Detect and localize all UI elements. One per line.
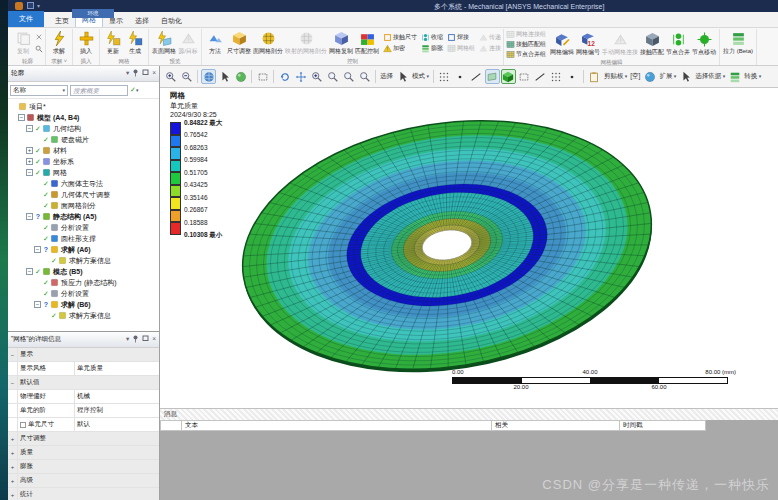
messages-col-association[interactable]: 相关 [492, 420, 620, 431]
details-row[interactable]: 物理偏好机械 [8, 390, 159, 404]
pan-icon[interactable] [293, 69, 308, 84]
tree-item[interactable]: ✓求解方案信息 [10, 255, 159, 266]
messages-col-text[interactable]: 文本 [182, 420, 492, 431]
tree-item[interactable]: +✓坐标系 [10, 156, 159, 167]
ribbon-button[interactable]: 网格组 [447, 44, 475, 54]
tree-item[interactable]: ✓面网格剖分 [10, 200, 159, 211]
body-filter-icon[interactable] [501, 69, 516, 84]
chevron-down-icon[interactable]: ▾ [126, 336, 129, 343]
tree-item[interactable]: ✓几何体尺寸调整 [10, 189, 159, 200]
ribbon-button[interactable]: 焊接 [447, 33, 475, 43]
toolbar-text-剪贴板[interactable]: 剪贴板 ▾ [603, 72, 628, 81]
quick-access-caret-icon[interactable]: ▾ [37, 2, 40, 9]
details-row[interactable]: 显示风格单元质量 [8, 362, 159, 376]
convert-icon[interactable] [727, 69, 742, 84]
ribbon-button[interactable]: 手动网格连接 [601, 32, 639, 57]
zoom-back-icon[interactable] [357, 69, 372, 84]
toolbar-text-扩展[interactable]: 扩展 ▾ [658, 72, 677, 81]
graphics-viewport[interactable]: 网格 单元质量 2024/9/30 8:25 0.84822 最大0.76542… [160, 88, 778, 408]
zoom-fit-icon[interactable] [341, 69, 356, 84]
details-row[interactable]: −显示 [8, 348, 159, 362]
ribbon-button[interactable]: 生成 [124, 31, 146, 56]
search-icon[interactable] [35, 45, 43, 54]
ribbon-button[interactable]: 更新 [102, 31, 124, 56]
rotate-icon[interactable] [277, 69, 292, 84]
ribbon-button[interactable]: 匹配控制 [354, 31, 380, 56]
ribbon-button[interactable]: 表面网格 [151, 31, 177, 56]
zoom-area-icon[interactable] [325, 69, 340, 84]
ribbon-button[interactable]: 尺寸调整 [226, 31, 252, 56]
tree-expander-icon[interactable]: − [26, 169, 33, 176]
details-value[interactable]: 默认 [75, 418, 159, 431]
ribbon-button[interactable]: 映射的网格剖分 [284, 31, 328, 56]
multi-filter-icon[interactable] [517, 69, 532, 84]
tree-expander-icon[interactable]: − [34, 246, 41, 253]
zoom-out-icon[interactable] [179, 69, 194, 84]
tree-item[interactable]: ✓六面体主导法 [10, 178, 159, 189]
select-box-icon[interactable] [255, 69, 270, 84]
select-cursor-icon[interactable] [395, 69, 410, 84]
tree-item[interactable]: ✓硬盘磁片 [10, 134, 159, 145]
ribbon-button[interactable]: 网格编辑 [549, 32, 575, 57]
ribbon-button[interactable]: 接触匹配组 [506, 39, 546, 49]
details-row[interactable]: +尺寸调整 [8, 432, 159, 446]
tree-item[interactable]: −✓网格 [10, 167, 159, 178]
details-row[interactable]: −默认值 [8, 376, 159, 390]
orbit-icon[interactable] [233, 69, 248, 84]
tree-item[interactable]: ✓分析设置 [10, 222, 159, 233]
select-by-icon[interactable] [678, 69, 693, 84]
close-icon[interactable]: × [152, 336, 156, 343]
tree-expander-icon[interactable]: − [18, 114, 25, 121]
details-row[interactable]: 单元尺寸默认 [8, 418, 159, 432]
toolbar-text-[空][interactable]: [空] [629, 72, 641, 81]
filter-check-icon[interactable]: ✓▾ [130, 86, 138, 94]
tree-item[interactable]: −✓几何结构 [10, 123, 159, 134]
snap-filter-icon[interactable] [565, 69, 580, 84]
ribbon-button[interactable]: 膨胀 [421, 44, 443, 54]
tab-selection[interactable]: 选择 [129, 14, 155, 27]
tree-expander-icon[interactable]: − [26, 125, 33, 132]
details-value[interactable]: 程序控制 [75, 404, 159, 417]
details-value[interactable]: 单元质量 [75, 362, 159, 375]
dot-grid-icon[interactable] [437, 69, 452, 84]
ribbon-button[interactable]: 源/目标 [177, 31, 199, 56]
clipboard-icon[interactable] [587, 69, 602, 84]
context-tab-environment[interactable]: 环境 [72, 9, 114, 18]
ribbon-button[interactable]: 12网格编号 [575, 32, 601, 57]
ribbon-button[interactable]: 网格连接组 [506, 29, 546, 39]
toolbar-text-选择依据[interactable]: 选择依据 ▾ [694, 72, 726, 81]
tree-item[interactable]: −✓模态 (B5) [10, 266, 159, 277]
details-row[interactable]: 单元的阶程序控制 [8, 404, 159, 418]
ribbon-button[interactable]: 连接 [479, 44, 501, 54]
tree-item[interactable]: ✓求解方案信息 [10, 310, 159, 321]
tree-item[interactable]: +✓材料 [10, 145, 159, 156]
tab-file[interactable]: 文件 [8, 11, 44, 27]
tree-expander-icon[interactable]: − [34, 301, 41, 308]
tab-automation[interactable]: 自动化 [155, 14, 188, 27]
details-row[interactable]: +高级 [8, 474, 159, 488]
toolbar-text-模式[interactable]: 模式 ▾ [411, 72, 430, 81]
ribbon-button[interactable]: 插入 [75, 31, 97, 56]
toolbar-text-转换[interactable]: 转换 ▾ [743, 72, 762, 81]
globe-icon[interactable] [201, 69, 216, 84]
details-row[interactable]: +膨胀 [8, 460, 159, 474]
zoom-icon[interactable] [309, 69, 324, 84]
filter-dropdown[interactable]: 名称▾ [10, 85, 68, 96]
save-icon[interactable] [27, 2, 34, 9]
tree-expander-icon[interactable]: − [26, 213, 33, 220]
tree-item[interactable]: ✓分析设置 [10, 288, 159, 299]
vertex-filter-icon[interactable] [453, 69, 468, 84]
toolbar-text-选择[interactable]: 选择 [379, 72, 394, 81]
tree-item[interactable]: ✓圆柱形支撑 [10, 233, 159, 244]
zoom-in-icon[interactable] [163, 69, 178, 84]
chevron-down-icon[interactable]: ▾ [126, 70, 129, 77]
tree-item[interactable]: −?求解 (A6) [10, 244, 159, 255]
details-row[interactable]: +统计 [8, 488, 159, 500]
close-icon[interactable]: × [152, 70, 156, 77]
extend-icon[interactable] [642, 69, 657, 84]
tree-item[interactable]: −?求解 (B6) [10, 299, 159, 310]
tree-item[interactable]: ✓预应力 (静态结构) [10, 277, 159, 288]
details-value[interactable]: 机械 [75, 390, 159, 403]
search-input[interactable] [70, 85, 128, 96]
messages-col-timestamp[interactable]: 时间戳 [620, 420, 706, 431]
